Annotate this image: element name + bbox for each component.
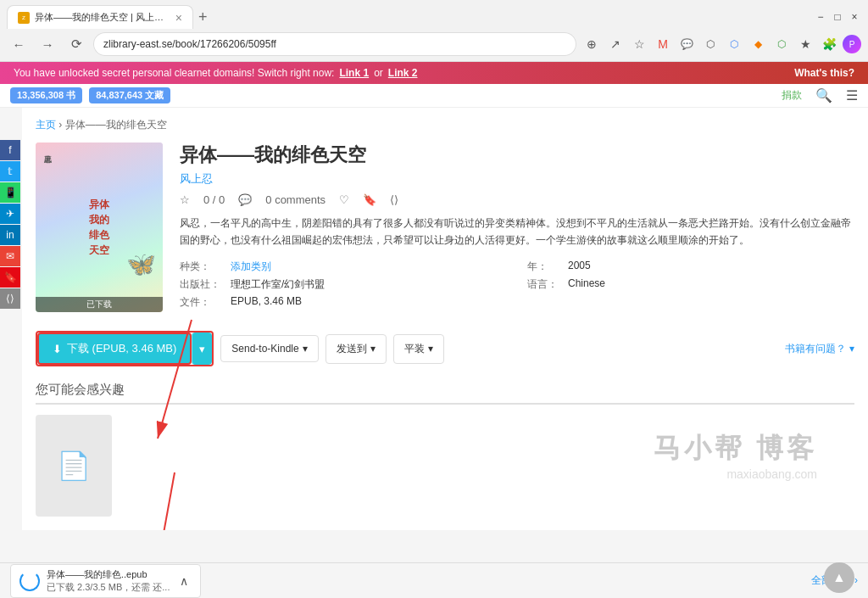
year-label: 年： xyxy=(527,260,558,274)
profile-avatar[interactable]: P xyxy=(843,35,861,53)
chrome-icon[interactable]: ⬡ xyxy=(724,34,744,54)
format-arrow: ▾ xyxy=(428,343,433,355)
comment-icon: 💬 xyxy=(238,193,252,206)
tab-favicon: z xyxy=(18,12,30,24)
language-label: 语言： xyxy=(527,277,558,292)
link2-button[interactable]: Link 2 xyxy=(388,67,418,79)
kindle-arrow: ▾ xyxy=(303,343,308,355)
comments-count[interactable]: 0 comments xyxy=(265,193,326,206)
social-sidebar: f 𝕥 📱 ✈ in ✉ 🔖 ⟨⟩ xyxy=(0,140,20,309)
scroll-icon: ▲ xyxy=(832,570,846,585)
format-label: 平装 xyxy=(404,342,425,356)
breadcrumb-home[interactable]: 主页 xyxy=(36,119,56,131)
tab-close-button[interactable]: × xyxy=(175,12,182,24)
address-input[interactable] xyxy=(93,32,576,56)
bookmark-icon[interactable]: ★ xyxy=(795,34,815,54)
whatsapp-button[interactable]: 📱 xyxy=(0,182,20,203)
file-value: EPUB, 3.46 MB xyxy=(231,295,517,310)
share-icon[interactable]: ↗ xyxy=(605,34,626,54)
new-tab-button[interactable]: + xyxy=(193,8,213,26)
window-controls: − □ × xyxy=(814,10,861,24)
download-icon: ⬇ xyxy=(53,343,62,355)
share-icon[interactable]: ⟨⟩ xyxy=(390,193,398,206)
stats-bar: 13,356,308 书 84,837,643 文藏 捐款 🔍 ☰ xyxy=(0,84,868,108)
book-section: 异体我的绯色天空 🦋 风上忍著 已下载 异体——我的绯色天空 风上忍 ☆ 0 /… xyxy=(36,139,854,322)
reload-button[interactable]: ⟳ xyxy=(64,32,88,56)
discord-icon[interactable]: 💬 xyxy=(676,34,697,54)
star-icon: ☆ xyxy=(180,193,190,206)
book-title: 异体——我的绯色天空 xyxy=(180,143,854,168)
type-value[interactable]: 添加类别 xyxy=(231,260,517,274)
scroll-to-top-button[interactable]: ▲ xyxy=(824,562,854,593)
send-to-kindle-button[interactable]: Send-to-Kindle ▾ xyxy=(220,335,318,362)
close-button[interactable]: × xyxy=(848,10,861,24)
rating: 0 / 0 xyxy=(203,193,225,206)
telegram-button[interactable]: ✈ xyxy=(0,204,20,224)
whats-this-button[interactable]: What's this? xyxy=(794,67,854,79)
breadcrumb: 主页 › 异体——我的绯色天空 xyxy=(36,115,854,139)
download-section: ⬇ 下载 (EPUB, 3.46 MB) ▾ Send-to-Kindle ▾ … xyxy=(36,322,854,375)
gmail-icon[interactable]: M xyxy=(653,34,673,54)
file-label: 文件： xyxy=(180,295,220,310)
breadcrumb-separator: › xyxy=(58,119,62,131)
files-count-badge: 84,837,643 文藏 xyxy=(89,87,170,103)
book-description: 风忍，一名平凡的高中生，阴差阳错的具有了很多人都没有听说过的异变类精神体。没想到… xyxy=(180,215,854,249)
like-icon[interactable]: ♡ xyxy=(339,193,349,206)
star-icon[interactable]: ☆ xyxy=(629,34,649,54)
download-button-group: ⬇ 下载 (EPUB, 3.46 MB) ▾ xyxy=(36,331,214,366)
translate-icon[interactable]: ⊕ xyxy=(581,34,602,54)
notification-or: or xyxy=(374,67,383,79)
sendto-arrow: ▾ xyxy=(370,343,376,355)
tab-bar: z 异体——我的绯色天空 | 风上忍 | d... × + xyxy=(7,5,807,29)
bookmark-icon[interactable]: 🔖 xyxy=(363,193,376,206)
share-button[interactable]: ⟨⟩ xyxy=(0,288,20,309)
facebook-button[interactable]: f xyxy=(0,140,20,160)
search-icon[interactable]: 🔍 xyxy=(815,87,832,103)
puzzle-icon[interactable]: 🧩 xyxy=(819,34,839,54)
breadcrumb-current: 异体——我的绯色天空 xyxy=(65,119,167,131)
green-icon[interactable]: ⬡ xyxy=(771,34,792,54)
download-progress: 已下载 2.3/3.5 MB，还需 还... xyxy=(47,581,170,594)
book-author[interactable]: 风上忍 xyxy=(180,171,854,187)
language-value: Chinese xyxy=(568,277,854,292)
page-content: 主页 › 异体——我的绯色天空 异体我的绯色天空 🦋 风上忍著 已下载 异体——… xyxy=(22,108,868,530)
donate-button[interactable]: 捐款 xyxy=(782,88,802,103)
address-bar-row: ← → ⟳ ⊕ ↗ ☆ M 💬 ⬡ ⬡ ◆ ⬡ ★ 🧩 P xyxy=(0,29,868,61)
issue-arrow: ▾ xyxy=(849,343,854,355)
related-book-item[interactable]: 📄 xyxy=(36,415,112,517)
back-button[interactable]: ← xyxy=(7,32,31,56)
browser-chrome: z 异体——我的绯色天空 | 风上忍 | d... × + − □ × ← → … xyxy=(0,0,868,62)
book-cover: 异体我的绯色天空 🦋 风上忍著 已下载 xyxy=(36,143,163,312)
sendto-label: 发送到 xyxy=(337,342,367,356)
forward-button[interactable]: → xyxy=(36,32,59,56)
download-item: 异体——我的绯色..epub 已下载 2.3/3.5 MB，还需 还... ∧ xyxy=(10,564,201,598)
download-spinner xyxy=(19,571,40,591)
minimize-button[interactable]: − xyxy=(814,10,827,24)
extensions-icon[interactable]: ⬡ xyxy=(700,34,721,54)
download-item-text: 异体——我的绯色..epub 已下载 2.3/3.5 MB，还需 还... xyxy=(47,568,170,594)
publisher-label: 出版社： xyxy=(180,277,220,292)
format-button[interactable]: 平装 ▾ xyxy=(393,334,444,364)
publisher-value: 理想工作室/幻剑书盟 xyxy=(231,277,517,292)
email-button[interactable]: ✉ xyxy=(0,246,20,266)
twitter-button[interactable]: 𝕥 xyxy=(0,161,20,182)
download-bar: 异体——我的绯色..epub 已下载 2.3/3.5 MB，还需 还... ∧ … xyxy=(0,562,868,598)
download-dropdown-button[interactable]: ▾ xyxy=(192,333,212,365)
maximize-button[interactable]: □ xyxy=(831,10,844,24)
orange-icon[interactable]: ◆ xyxy=(748,34,768,54)
download-button[interactable]: ⬇ 下载 (EPUB, 3.46 MB) xyxy=(37,333,192,365)
menu-icon[interactable]: ☰ xyxy=(846,87,858,103)
notification-bar: You have unlocked secret personal clearn… xyxy=(0,62,868,84)
linkedin-button[interactable]: in xyxy=(0,225,20,245)
link1-button[interactable]: Link 1 xyxy=(339,67,369,79)
active-tab[interactable]: z 异体——我的绯色天空 | 风上忍 | d... × xyxy=(7,5,193,29)
send-to-button[interactable]: 发送到 ▾ xyxy=(326,334,387,364)
watermark: 马小帮 博客 maxiaobang.com xyxy=(654,430,817,481)
bookmark-button[interactable]: 🔖 xyxy=(0,267,20,288)
tab-title: 异体——我的绯色天空 | 风上忍 | d... xyxy=(35,11,170,24)
download-filename: 异体——我的绯色..epub xyxy=(47,568,170,581)
watermark-text1: 马小帮 博客 xyxy=(654,430,817,467)
cover-already-downloaded: 已下载 xyxy=(36,297,163,312)
download-expand-button[interactable]: ∧ xyxy=(176,574,192,588)
issue-link[interactable]: 书籍有问题？ ▾ xyxy=(785,342,854,356)
